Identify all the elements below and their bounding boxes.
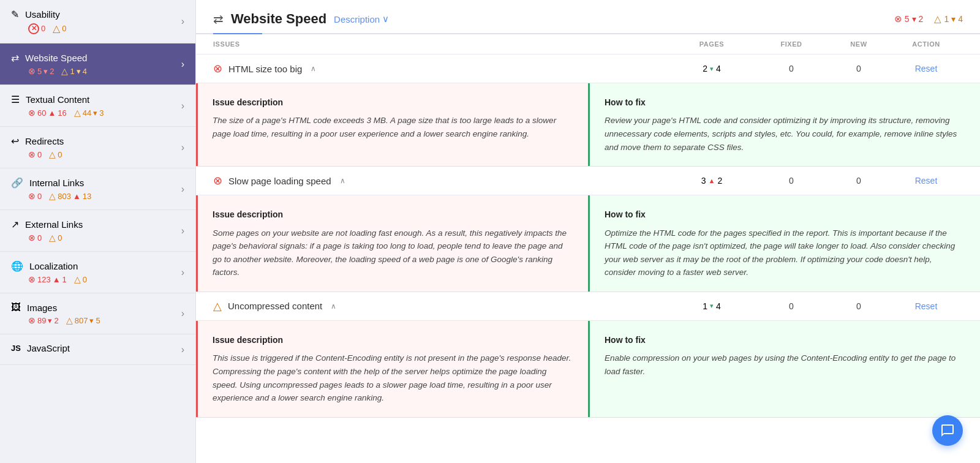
issue-pages-html-size: 2 ▾ 4 xyxy=(669,64,755,73)
sidebar-item-usability[interactable]: ✎ Usability ✕ 0 △ 0 › xyxy=(0,0,195,43)
issue-description-html-size: Issue description The size of a page's H… xyxy=(196,83,588,166)
issue-title-uncompressed: △ Uncompressed content ∧ xyxy=(213,299,669,313)
issue-description-title: Issue description xyxy=(213,208,573,221)
error-icon: ⊗ xyxy=(28,66,36,76)
error-icon: ⊗ xyxy=(28,191,36,201)
localization-warning-badge: △ 0 xyxy=(74,274,87,284)
chevron-right-icon: › xyxy=(181,16,184,27)
fix-description-title: How to fix xyxy=(605,333,965,347)
reset-button-uncompressed[interactable]: Reset xyxy=(915,301,938,311)
error-icon: ⊗ xyxy=(28,108,36,118)
sidebar-item-external-links[interactable]: ↗ External Links ⊗ 0 △ 0 › xyxy=(0,210,195,252)
chevron-right-icon: › xyxy=(181,308,184,319)
collapse-icon[interactable]: ∧ xyxy=(311,64,316,73)
warn-icon: △ xyxy=(49,233,56,243)
reset-uncompressed: Reset xyxy=(889,301,963,311)
reset-button-slow-loading[interactable]: Reset xyxy=(915,176,938,186)
error-icon: ⊗ xyxy=(28,149,36,159)
col-fixed: FIXED xyxy=(755,40,828,48)
sidebar-item-website-speed[interactable]: ⇄ Website Speed ⊗ 5 ▾ 2 △ 1 ▾ 4 › xyxy=(0,43,195,85)
sidebar-item-label: Website Speed xyxy=(25,53,87,63)
localization-error-badge: ⊗ 123 ▲ 1 xyxy=(28,274,67,284)
col-action: ACTION xyxy=(889,40,963,48)
chevron-right-icon: › xyxy=(181,184,184,195)
collapse-icon[interactable]: ∧ xyxy=(340,176,345,185)
issue-description-text: The size of a page's HTML code exceeds 3… xyxy=(213,114,573,140)
chat-icon xyxy=(940,423,955,438)
sidebar-item-images[interactable]: 🖼 Images ⊗ 89 ▾ 2 △ 807 ▾ 5 › xyxy=(0,293,195,334)
issue-fixed-html-size: 0 xyxy=(755,64,828,73)
error-icon: ✕ xyxy=(28,23,39,34)
header-error-badge: ⊗ 5 ▾ 2 xyxy=(894,13,924,24)
fix-description-slow-loading: How to fix Optimize the HTML code for th… xyxy=(588,195,980,292)
chevron-right-icon: › xyxy=(181,59,184,70)
sidebar-item-label: Internal Links xyxy=(29,178,84,188)
issue-pages-slow-loading: 3 ▲ 2 xyxy=(669,176,755,186)
issue-row-uncompressed: △ Uncompressed content ∧ 1 ▾ 4 0 0 Reset… xyxy=(196,292,980,418)
textual-warning-badge: △ 44 ▾ 3 xyxy=(74,108,104,118)
images-warning-badge: △ 807 ▾ 5 xyxy=(66,315,100,325)
pages-arrow-down: ▾ xyxy=(710,65,714,73)
issue-row-html-size: ⊗ HTML size too big ∧ 2 ▾ 4 0 0 Reset Is… xyxy=(196,55,980,167)
description-panels-slow-loading: Issue description Some pages on your web… xyxy=(196,195,980,292)
issue-description-text: This issue is triggered if the Content-E… xyxy=(213,352,573,404)
sidebar-item-textual-content[interactable]: ☰ Textual Content ⊗ 60 ▲ 16 △ 44 ▾ 3 › xyxy=(0,85,195,127)
issue-title-slow-loading: ⊗ Slow page loading speed ∧ xyxy=(213,174,669,187)
warn-icon: △ xyxy=(74,108,81,118)
issue-header-html-size: ⊗ HTML size too big ∧ 2 ▾ 4 0 0 Reset xyxy=(196,55,980,83)
issue-header-uncompressed: △ Uncompressed content ∧ 1 ▾ 4 0 0 Reset xyxy=(196,292,980,321)
redirects-icon: ↩ xyxy=(11,135,19,147)
sidebar-item-label: Localization xyxy=(29,261,78,271)
issue-header-slow-loading: ⊗ Slow page loading speed ∧ 3 ▲ 2 0 0 Re… xyxy=(196,167,980,195)
header-warning-badge: △ 1 ▾ 4 xyxy=(934,13,963,24)
issue-description-text: Some pages on your website are not loadi… xyxy=(213,227,573,279)
warn-triangle-icon: △ xyxy=(934,13,941,24)
page-title: Website Speed xyxy=(231,11,326,27)
website-speed-icon: ⇄ xyxy=(11,52,19,64)
sidebar-item-internal-links[interactable]: 🔗 Internal Links ⊗ 0 △ 803 ▲ 13 › xyxy=(0,168,195,210)
chevron-right-icon: › xyxy=(181,225,184,236)
chevron-right-icon: › xyxy=(181,344,184,355)
usability-icon: ✎ xyxy=(11,9,19,20)
warn-icon: △ xyxy=(61,66,68,76)
sidebar-item-redirects[interactable]: ↩ Redirects ⊗ 0 △ 0 › xyxy=(0,127,195,168)
website-speed-main-icon: ⇄ xyxy=(213,12,224,26)
internal-error-badge: ⊗ 0 xyxy=(28,191,42,201)
error-icon: ⊗ xyxy=(213,174,222,187)
sidebar-item-localization[interactable]: 🌐 Localization ⊗ 123 ▲ 1 △ 0 › xyxy=(0,252,195,293)
issue-description-slow-loading: Issue description Some pages on your web… xyxy=(196,195,588,292)
textual-content-icon: ☰ xyxy=(11,94,20,105)
table-header: ISSUES PAGES FIXED NEW ACTION xyxy=(196,34,980,55)
sidebar-item-label: Redirects xyxy=(25,136,64,146)
images-error-badge: ⊗ 89 ▾ 2 xyxy=(28,315,59,325)
col-pages: PAGES xyxy=(669,40,755,48)
issue-fixed-uncompressed: 0 xyxy=(755,301,828,311)
usability-error-badge: ✕ 0 xyxy=(28,23,45,34)
chat-support-button[interactable] xyxy=(932,415,963,446)
issue-fixed-slow-loading: 0 xyxy=(755,176,828,186)
collapse-icon[interactable]: ∧ xyxy=(331,302,336,311)
sidebar-item-javascript[interactable]: JS JavaScript › xyxy=(0,334,195,365)
pages-arrow-up: ▲ xyxy=(709,177,715,184)
external-warning-badge: △ 0 xyxy=(49,233,62,243)
sidebar: ✎ Usability ✕ 0 △ 0 › ⇄ Website Speed xyxy=(0,0,196,463)
pages-arrow-down: ▾ xyxy=(710,302,714,310)
issue-description-title: Issue description xyxy=(213,96,573,109)
description-button[interactable]: Description ∨ xyxy=(334,13,389,24)
chevron-right-icon: › xyxy=(181,100,184,111)
fix-description-text: Optimize the HTML code for the pages spe… xyxy=(605,227,965,279)
error-icon: ⊗ xyxy=(28,315,36,325)
localization-icon: 🌐 xyxy=(11,260,23,272)
sidebar-item-label: JavaScript xyxy=(27,343,70,353)
sidebar-item-label: Images xyxy=(27,303,57,313)
external-links-icon: ↗ xyxy=(11,219,19,230)
reset-slow-loading: Reset xyxy=(889,176,963,186)
reset-button-html-size[interactable]: Reset xyxy=(915,64,938,73)
redirects-warning-badge: △ 0 xyxy=(49,149,62,159)
description-panels-uncompressed: Issue description This issue is triggere… xyxy=(196,321,980,418)
error-circle-icon: ⊗ xyxy=(894,13,902,24)
description-panels-html-size: Issue description The size of a page's H… xyxy=(196,83,980,167)
main-header: ⇄ Website Speed Description ∨ ⊗ 5 ▾ 2 △ … xyxy=(196,0,980,27)
title-area: ⇄ Website Speed Description ∨ xyxy=(213,11,389,27)
speed-warning-badge: △ 1 ▾ 4 xyxy=(61,66,86,76)
